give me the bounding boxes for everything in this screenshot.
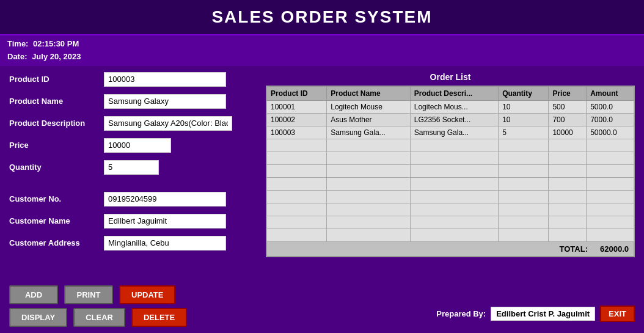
prepared-by-label: Prepared By: xyxy=(436,309,486,318)
col-product-id: Product ID xyxy=(267,86,327,100)
customer-address-label: Customer Address xyxy=(9,238,104,247)
product-id-group: Product ID xyxy=(9,72,254,87)
order-table-body: 100001 Logitech Mouse Logitech Mous... 1… xyxy=(267,100,634,241)
product-name-input[interactable] xyxy=(104,94,226,109)
quantity-group: Quantity xyxy=(9,160,254,175)
button-row-2: DISPLAY CLEAR DELETE xyxy=(9,308,187,327)
empty-row xyxy=(267,190,634,203)
product-name-group: Product Name xyxy=(9,94,254,109)
table-row[interactable]: 100003 Samsung Gala... Samsung Gala... 5… xyxy=(267,126,634,139)
cell-id: 100003 xyxy=(267,126,327,139)
table-row[interactable]: 100001 Logitech Mouse Logitech Mous... 1… xyxy=(267,100,634,113)
empty-row xyxy=(267,152,634,164)
cell-desc: Logitech Mous... xyxy=(410,100,498,113)
cell-name: Logitech Mouse xyxy=(327,100,411,113)
price-input[interactable] xyxy=(104,138,171,153)
price-group: Price xyxy=(9,138,254,153)
product-desc-label: Product Description xyxy=(9,119,104,128)
empty-row xyxy=(267,216,634,229)
customer-address-group: Customer Address xyxy=(9,236,254,251)
table-row[interactable]: 100002 Asus Mother LG2356 Socket... 10 7… xyxy=(267,113,634,126)
col-product-name: Product Name xyxy=(327,86,411,100)
footer-prepared: Prepared By: Edilbert Crist P. Jaguimit … xyxy=(436,306,635,322)
app-header: SALES ORDER SYSTEM xyxy=(0,0,644,35)
datetime-bar: Time: 02:15:30 PM Date: July 20, 2023 xyxy=(0,35,644,66)
col-amount: Amount xyxy=(587,86,634,100)
col-price: Price xyxy=(549,86,587,100)
order-list-title: Order List xyxy=(266,72,635,82)
order-panel: Order List Product ID Product Name Produ… xyxy=(266,72,635,258)
update-button[interactable]: UPDATE xyxy=(119,285,175,304)
empty-row xyxy=(267,229,634,241)
prepared-by-value: Edilbert Crist P. Jaguimit xyxy=(491,307,595,321)
customer-no-input[interactable] xyxy=(104,192,226,207)
empty-row xyxy=(267,177,634,190)
cell-price: 500 xyxy=(549,100,587,113)
delete-button[interactable]: DELETE xyxy=(131,308,187,327)
print-button[interactable]: PRINT xyxy=(64,285,113,304)
empty-row xyxy=(267,139,634,152)
cell-amount: 7000.0 xyxy=(587,113,634,126)
add-button[interactable]: ADD xyxy=(9,285,58,304)
order-table-header: Product ID Product Name Product Descri..… xyxy=(267,86,634,100)
customer-address-input[interactable] xyxy=(104,236,226,251)
total-label: TOTAL: xyxy=(560,244,588,254)
cell-price: 700 xyxy=(549,113,587,126)
clear-button[interactable]: CLEAR xyxy=(73,308,125,327)
cell-price: 10000 xyxy=(549,126,587,139)
total-value: 62000.0 xyxy=(600,244,629,254)
customer-name-group: Customer Name xyxy=(9,214,254,229)
cell-id: 100002 xyxy=(267,113,327,126)
app-title: SALES ORDER SYSTEM xyxy=(0,7,644,27)
button-row-1: ADD PRINT UPDATE xyxy=(9,285,187,304)
display-button[interactable]: DISPLAY xyxy=(9,308,67,327)
time-value: 02:15:30 PM xyxy=(33,39,79,48)
main-content: Product ID Product Name Product Descript… xyxy=(0,66,644,264)
cell-amount: 5000.0 xyxy=(587,100,634,113)
customer-no-label: Customer No. xyxy=(9,194,104,203)
product-name-label: Product Name xyxy=(9,97,104,106)
price-label: Price xyxy=(9,141,104,150)
date-value: July 20, 2023 xyxy=(32,52,81,61)
date-label: Date: xyxy=(7,52,27,61)
quantity-input[interactable] xyxy=(104,160,159,175)
quantity-label: Quantity xyxy=(9,163,104,172)
cell-qty: 5 xyxy=(499,126,549,139)
exit-button[interactable]: EXIT xyxy=(600,306,635,322)
customer-name-input[interactable] xyxy=(104,214,226,229)
customer-name-label: Customer Name xyxy=(9,216,104,225)
col-quantity: Quantity xyxy=(499,86,549,100)
customer-no-group: Customer No. xyxy=(9,192,254,207)
col-product-desc: Product Descri... xyxy=(410,86,498,100)
order-table-container: Product ID Product Name Product Descri..… xyxy=(266,86,635,257)
product-id-label: Product ID xyxy=(9,75,104,84)
cell-desc: LG2356 Socket... xyxy=(410,113,498,126)
cell-qty: 10 xyxy=(499,113,549,126)
cell-desc: Samsung Gala... xyxy=(410,126,498,139)
button-area: ADD PRINT UPDATE DISPLAY CLEAR DELETE xyxy=(9,285,187,327)
order-table: Product ID Product Name Product Descri..… xyxy=(266,86,634,242)
total-row: TOTAL: 62000.0 xyxy=(266,242,634,257)
product-id-input[interactable] xyxy=(104,72,226,87)
cell-id: 100001 xyxy=(267,100,327,113)
empty-row xyxy=(267,203,634,216)
time-label: Time: xyxy=(7,39,28,48)
product-desc-group: Product Description xyxy=(9,116,254,131)
cell-qty: 10 xyxy=(499,100,549,113)
form-panel: Product ID Product Name Product Descript… xyxy=(9,72,254,258)
empty-row xyxy=(267,164,634,177)
cell-name: Samsung Gala... xyxy=(327,126,411,139)
cell-amount: 50000.0 xyxy=(587,126,634,139)
product-desc-input[interactable] xyxy=(104,116,232,131)
cell-name: Asus Mother xyxy=(327,113,411,126)
